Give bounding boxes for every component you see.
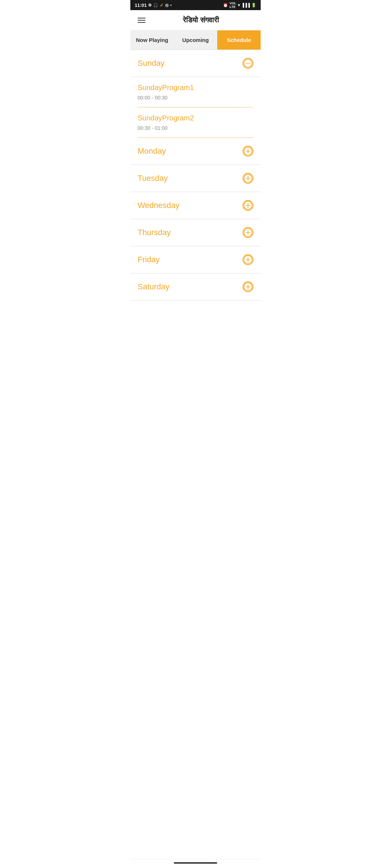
- status-right: ⏰ VOLLTE ▾ ▐▐▐ 🔋: [223, 1, 256, 9]
- tab-now-playing[interactable]: Now Playing: [130, 30, 174, 50]
- alarm-icon: ⏰: [223, 3, 228, 8]
- program-time-sunday-1: 00:00 - 00:30: [138, 95, 253, 101]
- day-row-monday[interactable]: Monday: [130, 138, 261, 165]
- program-item-sunday-2: SundayProgram2 00:30 - 01:00: [138, 107, 253, 138]
- check-icon: ✓: [160, 3, 164, 8]
- day-label-friday: Friday: [138, 255, 160, 264]
- day-row-sunday[interactable]: Sunday: [130, 50, 261, 77]
- day-row-tuesday[interactable]: Tuesday: [130, 165, 261, 192]
- expand-icon-tuesday: [243, 173, 253, 184]
- expand-icon-monday: [243, 146, 253, 157]
- expand-icon-saturday: [243, 281, 253, 292]
- day-row-friday[interactable]: Friday: [130, 246, 261, 273]
- day-label-tuesday: Tuesday: [138, 174, 168, 183]
- dot-icon: •: [170, 3, 172, 7]
- day-row-saturday[interactable]: Saturday: [130, 273, 261, 301]
- sunday-programs: SundayProgram1 00:00 - 00:30 SundayProgr…: [130, 77, 261, 138]
- expand-icon-thursday: [243, 227, 253, 238]
- day-label-wednesday: Wednesday: [138, 201, 180, 210]
- day-row-wednesday[interactable]: Wednesday: [130, 192, 261, 219]
- tab-schedule[interactable]: Schedule: [217, 30, 261, 50]
- status-time: 11:01: [135, 3, 147, 8]
- day-label-monday: Monday: [138, 146, 166, 156]
- status-left: 11:01 ⚙ 🎧 ✓ ◎ •: [135, 3, 172, 8]
- settings-icon: ⚙: [148, 3, 152, 8]
- program-item-sunday-1: SundayProgram1 00:00 - 00:30: [138, 77, 253, 107]
- program-time-sunday-2: 00:30 - 01:00: [138, 125, 253, 131]
- battery-icon: 🔋: [251, 3, 256, 8]
- expand-icon-wednesday: [243, 200, 253, 211]
- wifi-icon: ▾: [238, 3, 240, 8]
- day-label-thursday: Thursday: [138, 228, 171, 237]
- hamburger-menu-button[interactable]: [136, 16, 147, 24]
- app-header: रेडियो संगवारी: [130, 10, 261, 30]
- headphone-icon: 🎧: [153, 3, 158, 8]
- status-bar: 11:01 ⚙ 🎧 ✓ ◎ • ⏰ VOLLTE ▾ ▐▐▐ 🔋: [130, 0, 261, 10]
- schedule-content: Sunday SundayProgram1 00:00 - 00:30 Sund…: [130, 50, 261, 301]
- tab-bar: Now Playing Upcoming Schedule: [130, 30, 261, 50]
- day-label-saturday: Saturday: [138, 282, 169, 292]
- program-name-sunday-1: SundayProgram1: [138, 84, 253, 92]
- day-label-sunday: Sunday: [138, 59, 165, 68]
- app-title: रेडियो संगवारी: [147, 16, 255, 24]
- signal-icon: ▐▐▐: [241, 3, 250, 7]
- expand-icon-friday: [243, 254, 253, 265]
- tab-upcoming[interactable]: Upcoming: [174, 30, 217, 50]
- program-name-sunday-2: SundayProgram2: [138, 114, 253, 122]
- day-row-thursday[interactable]: Thursday: [130, 219, 261, 246]
- lte-icon: VOLLTE: [230, 1, 236, 9]
- circle-icon: ◎: [165, 3, 169, 8]
- collapse-icon-sunday: [243, 58, 253, 69]
